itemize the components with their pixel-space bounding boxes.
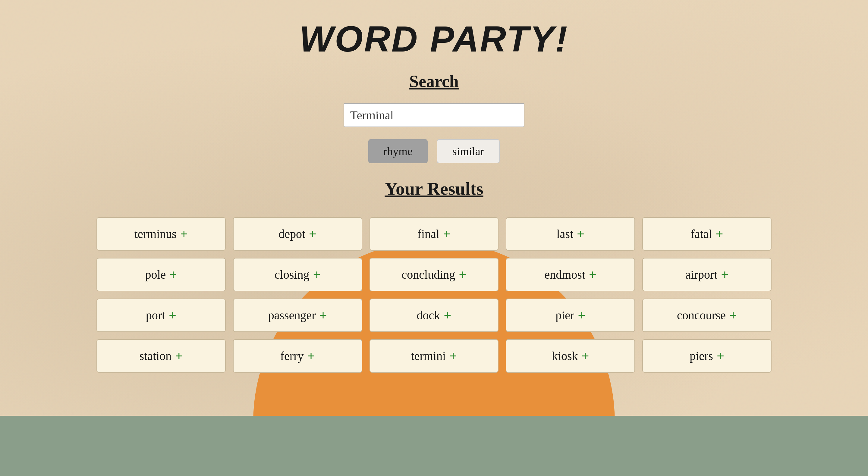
result-plus-icon[interactable]: + bbox=[577, 226, 584, 242]
result-card[interactable]: terminus+ bbox=[96, 217, 226, 251]
results-heading: Your Results bbox=[384, 178, 483, 199]
result-word: dock bbox=[417, 308, 440, 322]
result-plus-icon[interactable]: + bbox=[444, 308, 451, 323]
search-buttons-row: rhyme similar bbox=[368, 139, 500, 163]
result-plus-icon[interactable]: + bbox=[180, 226, 188, 242]
result-card[interactable]: concourse+ bbox=[642, 298, 772, 332]
result-plus-icon[interactable]: + bbox=[309, 226, 316, 242]
result-word: concluding bbox=[402, 267, 456, 282]
result-plus-icon[interactable]: + bbox=[175, 348, 183, 363]
app-title: WORD PARTY! bbox=[300, 18, 569, 60]
result-plus-icon[interactable]: + bbox=[721, 267, 728, 282]
result-card[interactable]: station+ bbox=[96, 339, 226, 373]
result-card[interactable]: dock+ bbox=[370, 298, 499, 332]
result-plus-icon[interactable]: + bbox=[459, 267, 466, 282]
result-plus-icon[interactable]: + bbox=[169, 267, 177, 282]
result-word: final bbox=[417, 227, 439, 241]
result-card[interactable]: passenger+ bbox=[233, 298, 362, 332]
result-word: pole bbox=[145, 267, 166, 282]
result-plus-icon[interactable]: + bbox=[319, 308, 327, 323]
result-plus-icon[interactable]: + bbox=[169, 308, 176, 323]
result-word: depot bbox=[278, 227, 305, 241]
result-plus-icon[interactable]: + bbox=[313, 267, 320, 282]
result-card[interactable]: closing+ bbox=[233, 258, 362, 291]
result-plus-icon[interactable]: + bbox=[443, 226, 451, 242]
result-word: fatal bbox=[691, 227, 712, 241]
result-card[interactable]: airport+ bbox=[642, 258, 772, 291]
result-word: ferry bbox=[280, 349, 304, 363]
result-word: airport bbox=[685, 267, 718, 282]
result-card[interactable]: fatal+ bbox=[642, 217, 772, 251]
result-plus-icon[interactable]: + bbox=[450, 348, 457, 363]
ground-bar bbox=[0, 416, 868, 476]
result-card[interactable]: piers+ bbox=[642, 339, 772, 373]
results-grid: terminus+depot+final+last+fatal+pole+clo… bbox=[72, 217, 796, 373]
result-card[interactable]: depot+ bbox=[233, 217, 362, 251]
result-word: passenger bbox=[268, 308, 316, 322]
result-card[interactable]: termini+ bbox=[370, 339, 499, 373]
result-word: pier bbox=[555, 308, 574, 322]
result-word: piers bbox=[689, 349, 713, 363]
result-card[interactable]: endmost+ bbox=[506, 258, 635, 291]
result-plus-icon[interactable]: + bbox=[582, 348, 589, 363]
result-word: station bbox=[140, 349, 172, 363]
result-word: terminus bbox=[134, 227, 177, 241]
result-word: last bbox=[556, 227, 573, 241]
main-content: WORD PARTY! Search rhyme similar Your Re… bbox=[0, 0, 868, 373]
result-card[interactable]: ferry+ bbox=[233, 339, 362, 373]
result-plus-icon[interactable]: + bbox=[589, 267, 596, 282]
result-card[interactable]: kiosk+ bbox=[506, 339, 635, 373]
search-input[interactable] bbox=[344, 103, 524, 127]
search-heading: Search bbox=[409, 72, 459, 91]
result-plus-icon[interactable]: + bbox=[730, 308, 737, 323]
rhyme-button[interactable]: rhyme bbox=[368, 139, 428, 163]
result-plus-icon[interactable]: + bbox=[717, 348, 724, 363]
result-card[interactable]: last+ bbox=[506, 217, 635, 251]
result-plus-icon[interactable]: + bbox=[307, 348, 315, 363]
result-word: concourse bbox=[677, 308, 726, 322]
search-input-wrapper bbox=[344, 103, 524, 127]
result-word: kiosk bbox=[552, 349, 578, 363]
result-word: endmost bbox=[544, 267, 585, 282]
result-word: closing bbox=[275, 267, 310, 282]
result-card[interactable]: pole+ bbox=[96, 258, 226, 291]
similar-button[interactable]: similar bbox=[437, 139, 500, 163]
result-plus-icon[interactable]: + bbox=[716, 226, 723, 242]
result-word: termini bbox=[411, 349, 446, 363]
result-plus-icon[interactable]: + bbox=[578, 308, 585, 323]
result-card[interactable]: pier+ bbox=[506, 298, 635, 332]
result-card[interactable]: final+ bbox=[370, 217, 499, 251]
result-word: port bbox=[146, 308, 165, 322]
result-card[interactable]: concluding+ bbox=[370, 258, 499, 291]
result-card[interactable]: port+ bbox=[96, 298, 226, 332]
